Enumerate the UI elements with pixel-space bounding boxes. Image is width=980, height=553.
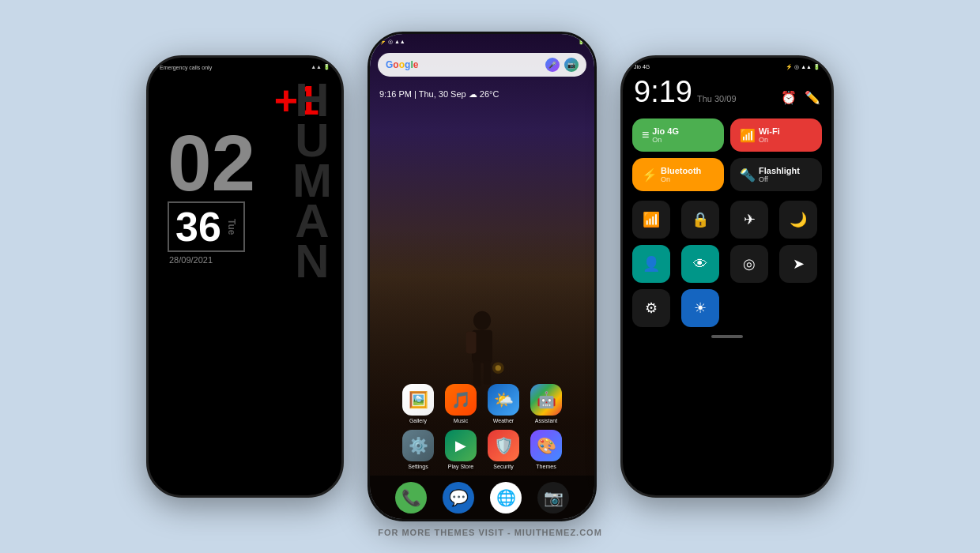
assistant-label: Assistant <box>535 418 557 423</box>
phone1-status-text: Emergency calls only <box>160 65 212 70</box>
app-weather[interactable]: 🌤️ Weather <box>488 384 519 423</box>
phone3-carrier: Jio 4G <box>634 64 650 70</box>
gallery-label: Gallery <box>409 418 427 423</box>
phone2-status-left: ⚡ ◎ ▲▲ <box>379 39 405 45</box>
phone2-datetime: 9:16 PM | Thu, 30 Sep ☁ 26°C <box>379 89 499 100</box>
phone2-status-right: 🔋 <box>578 39 585 45</box>
phone1-minute-box: 36 Tue <box>168 201 245 252</box>
svg-point-6 <box>496 365 501 371</box>
app-row-2: ⚙️ Settings ▶ Play Store 🛡️ Security 🎨 T… <box>378 430 586 469</box>
wifi-status: On <box>759 136 780 144</box>
phone1-status-icons: ▲▲ 🔋 <box>311 64 330 70</box>
control-tiles-grid: ≡ Jio 4G On 📶 Wi-Fi On <box>623 112 831 198</box>
app-dock: 📞 💬 🌐 📷 <box>370 476 594 519</box>
app-music[interactable]: 🎵 Music <box>445 384 477 423</box>
svg-rect-4 <box>484 361 491 385</box>
jio-icon: ≡ <box>642 128 649 142</box>
app-gallery[interactable]: 🖼️ Gallery <box>402 384 434 423</box>
app-row-1: 🖼️ Gallery 🎵 Music 🌤️ Weather 🤖 Assistan… <box>378 384 586 423</box>
phone3-status-icons: ⚡ ◎ ▲▲ 🔋 <box>786 64 820 70</box>
portrait-control[interactable]: 👤 <box>632 245 670 283</box>
phone1-day: Tue <box>226 219 237 235</box>
moon-small-control[interactable]: 🌙 <box>779 201 817 239</box>
eye-control[interactable]: 👁 <box>681 245 719 283</box>
phone3-time-area: 9:19 Thu 30/09 ⏰ ✏️ <box>623 72 831 112</box>
phone2-background: ⚡ ◎ ▲▲ 🔋 Google 🎤 📷 9:16 PM | Thu, 30 Se… <box>370 34 594 519</box>
main-container: Emergency calls only ▲▲ 🔋 +1 02 36 Tue 2… <box>0 0 980 553</box>
app-grid: 🖼️ Gallery 🎵 Music 🌤️ Weather 🤖 Assistan… <box>370 384 594 476</box>
music-icon: 🎵 <box>445 384 477 416</box>
bluetooth-title: Bluetooth <box>661 166 701 175</box>
flashlight-tile-icon: 🔦 <box>740 167 756 182</box>
app-playstore[interactable]: ▶ Play Store <box>445 430 477 469</box>
svg-rect-3 <box>473 361 481 386</box>
phone3-alarm-icon: ⏰ <box>781 90 797 105</box>
phone3-date-text: Thu 30/09 <box>697 94 737 103</box>
bluetooth-tile-icon: ⚡ <box>642 167 658 182</box>
app-security[interactable]: 🛡️ Security <box>488 430 519 469</box>
dock-messages[interactable]: 💬 <box>443 482 474 514</box>
flashlight-title: Flashlight <box>759 166 800 175</box>
svg-point-0 <box>473 311 491 330</box>
phone1-hour: 02 <box>168 127 330 198</box>
phone2-status-bar: ⚡ ◎ ▲▲ 🔋 <box>370 34 594 50</box>
human-n: N <box>295 241 329 281</box>
phone3-controls: Jio 4G ⚡ ◎ ▲▲ 🔋 9:19 Thu 30/09 ⏰ ✏️ ≡ Ji… <box>620 55 834 498</box>
security-label: Security <box>493 464 513 469</box>
last-controls-row: ⚙ ☀ <box>623 289 831 327</box>
playstore-icon: ▶ <box>445 430 477 461</box>
watermark-text: FOR MORE THEMES VISIT - MIUITHEMEZ.COM <box>378 528 602 537</box>
bluetooth-tile[interactable]: ⚡ Bluetooth On <box>632 158 724 191</box>
themes-icon: 🎨 <box>530 430 562 461</box>
camera-search-button[interactable]: 📷 <box>564 58 579 72</box>
phone3-time-main: 9:19 Thu 30/09 ⏰ ✏️ <box>634 75 820 109</box>
settings-small-control[interactable]: ⚙ <box>632 289 670 327</box>
playstore-label: Play Store <box>448 464 473 469</box>
phone2-homescreen: ⚡ ◎ ▲▲ 🔋 Google 🎤 📷 9:16 PM | Thu, 30 Se… <box>368 32 597 521</box>
dock-phone[interactable]: 📞 <box>395 482 427 514</box>
search-bar[interactable]: Google 🎤 📷 <box>378 53 586 77</box>
music-label: Music <box>454 418 468 423</box>
app-assistant[interactable]: 🤖 Assistant <box>530 384 562 423</box>
medium-controls-row2: 👤 👁 ◎ ➤ <box>623 245 831 283</box>
jio-tile[interactable]: ≡ Jio 4G On <box>632 118 724 152</box>
lock-small-control[interactable]: 🔒 <box>681 201 719 239</box>
dock-camera[interactable]: 📷 <box>537 482 569 514</box>
phone1-minute: 36 <box>175 206 221 247</box>
brightness-control[interactable]: ☀ <box>681 289 719 327</box>
location-control[interactable]: ➤ <box>779 245 817 283</box>
weather-label: Weather <box>493 418 514 423</box>
airplane-small-control[interactable]: ✈ <box>730 201 768 239</box>
svg-rect-2 <box>466 332 477 354</box>
app-settings[interactable]: ⚙️ Settings <box>402 430 434 469</box>
google-logo: Google <box>386 59 418 70</box>
jio-title: Jio 4G <box>652 126 679 136</box>
security-icon: 🛡️ <box>488 430 519 461</box>
settings-label: Settings <box>408 464 428 469</box>
home-indicator <box>711 335 743 338</box>
assistant-icon: 🤖 <box>530 384 562 416</box>
phone3-status-bar: Jio 4G ⚡ ◎ ▲▲ 🔋 <box>623 58 831 72</box>
flashlight-status: Off <box>759 175 800 183</box>
themes-label: Themes <box>536 464 556 469</box>
phone3-edit-icon: ✏️ <box>805 90 820 105</box>
wifi-small-control[interactable]: 📶 <box>632 201 670 239</box>
wifi-tile-icon: 📶 <box>740 128 756 143</box>
app-themes[interactable]: 🎨 Themes <box>530 430 562 469</box>
phone1-status-bar: Emergency calls only ▲▲ 🔋 <box>149 58 341 72</box>
phone1-clock-area: +1 02 36 Tue 28/09/2021 H U M A N <box>149 72 341 404</box>
wifi-title: Wi-Fi <box>759 126 780 136</box>
phone1-lockscreen: Emergency calls only ▲▲ 🔋 +1 02 36 Tue 2… <box>146 55 344 498</box>
flashlight-tile[interactable]: 🔦 Flashlight Off <box>730 158 822 191</box>
settings-icon: ⚙️ <box>402 430 434 461</box>
phone3-time-text: 9:19 <box>634 75 692 109</box>
wifi-tile[interactable]: 📶 Wi-Fi On <box>730 118 822 152</box>
bluetooth-status: On <box>661 175 701 183</box>
weather-icon: 🌤️ <box>488 384 519 416</box>
mic-button[interactable]: 🎤 <box>545 58 560 72</box>
dock-chrome[interactable]: 🌐 <box>490 482 522 514</box>
gallery-icon: 🖼️ <box>402 384 434 416</box>
small-controls-row1: 📶 🔒 ✈ 🌙 <box>623 201 831 239</box>
jio-status: On <box>652 136 679 144</box>
circle-control[interactable]: ◎ <box>730 245 768 283</box>
